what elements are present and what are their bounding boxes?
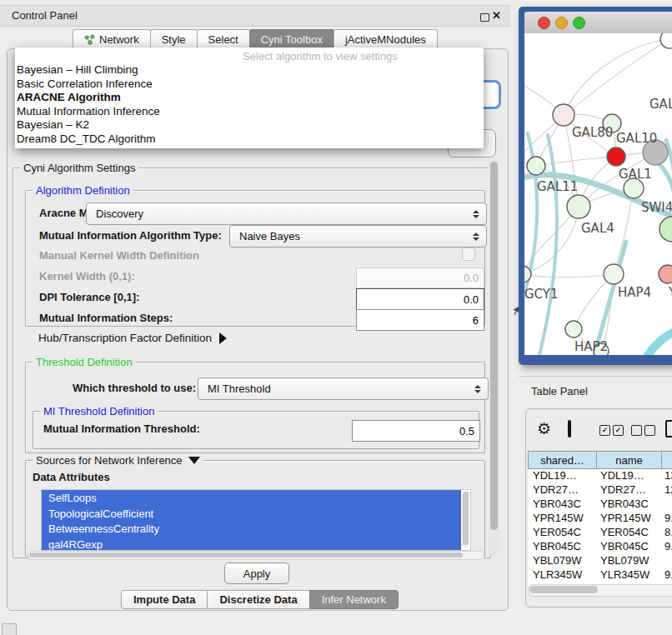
table-row[interactable]: YDR27…YDR27…12	[528, 483, 672, 498]
threshold-definition-title: Threshold Definition	[33, 356, 136, 368]
list-vertical-scrollbar[interactable]	[462, 491, 469, 548]
aracne-mode-combo[interactable]: Discovery	[86, 202, 487, 225]
svg-text:GCY1: GCY1	[524, 287, 559, 302]
close-icon[interactable]: ✕	[492, 9, 501, 22]
tab-style[interactable]: Style	[150, 29, 198, 48]
node-gal80[interactable]	[553, 104, 574, 126]
node-salmon[interactable]	[659, 265, 672, 283]
node-hap4[interactable]	[604, 264, 624, 284]
spinner-arrows-icon	[473, 232, 479, 241]
edge-bright-teal	[648, 330, 672, 355]
node-gal1[interactable]	[607, 148, 625, 166]
sources-group: Sources for Network Inference Data Attri…	[25, 460, 485, 557]
svg-text:GAL4: GAL4	[581, 221, 614, 236]
screen: Control Panel ✕ Network Style Select Cyn…	[0, 0, 672, 635]
tab-discretize-data[interactable]: Discretize Data	[207, 590, 309, 609]
kernel-width-input[interactable]: 0.0	[356, 268, 484, 288]
settings-vertical-scrollbar[interactable]	[489, 159, 499, 556]
list-item[interactable]: gal4RGexp	[42, 537, 461, 552]
control-panel-titlebar: Control Panel ✕	[0, 5, 510, 27]
node-gal4[interactable]	[567, 195, 590, 218]
table-header: shared… name A	[528, 451, 672, 469]
table-row[interactable]: YDL19…YDL19…13	[528, 469, 672, 483]
node-green-right[interactable]	[659, 217, 672, 242]
table-row[interactable]: YBL079WYBL079W	[528, 554, 672, 568]
checked-columns-icon[interactable]: ✓✓	[599, 425, 624, 436]
algorithm-option[interactable]: Mutual Information Inference	[15, 105, 484, 119]
svg-text:HAP4: HAP4	[618, 285, 651, 300]
apply-button[interactable]: Apply	[224, 562, 289, 584]
tab-infer-network[interactable]: Infer Network	[309, 590, 399, 609]
column-header-clipped[interactable]: A	[662, 451, 672, 469]
mi-type-combo[interactable]: Naive Bayes	[229, 225, 487, 248]
algorithm-option[interactable]: Bayesian – K2	[15, 118, 484, 132]
svg-text:HAP2: HAP2	[574, 339, 608, 354]
mi-threshold-input[interactable]: 0.5	[352, 420, 480, 442]
table-row[interactable]: YBR043CYBR043C	[528, 498, 672, 512]
table-toolbar: ⚙ ✓✓	[526, 409, 672, 448]
document-icon[interactable]	[665, 420, 672, 438]
spinner-arrows-icon	[474, 385, 481, 393]
node-topright[interactable]	[660, 33, 672, 48]
expanded-arrow-icon	[188, 457, 200, 464]
node-gal11[interactable]	[527, 157, 545, 175]
minimize-traffic-light-icon[interactable]	[555, 17, 568, 29]
tab-cyni-toolbox[interactable]: Cyni Toolbox	[249, 29, 334, 48]
dpi-tolerance-label: DPI Tolerance [0,1]:	[39, 291, 139, 303]
algorithm-option[interactable]: Dream8 DC_TDC Algorithm	[15, 132, 484, 147]
data-attributes-list[interactable]: SelfLoops TopologicalCoefficient Between…	[41, 489, 471, 551]
list-item[interactable]: TopologicalCoefficient	[42, 506, 461, 522]
dpi-tolerance-input[interactable]: 0.0	[356, 288, 484, 310]
close-traffic-light-icon[interactable]	[538, 17, 550, 29]
node-hap2[interactable]	[565, 321, 582, 338]
sources-group-title[interactable]: Sources for Network Inference	[33, 454, 203, 467]
tab-impute-data[interactable]: Impute Data	[121, 590, 208, 609]
column-header-name[interactable]: name	[597, 451, 662, 469]
table-row[interactable]: YER054CYER054C8.	[528, 526, 672, 540]
tab-network-label: Network	[99, 33, 139, 46]
list-item[interactable]: BetweennessCentrality	[42, 521, 461, 537]
mi-threshold-label: Mutual Information Threshold:	[43, 422, 200, 435]
table-body[interactable]: YDL19…YDL19…13 YDR27…YDR27…12 YBR043CYBR…	[528, 469, 672, 591]
manual-kernel-label: Manual Kernel Width Definition	[39, 249, 199, 262]
tab-jactivemnodules[interactable]: jActiveMNodules	[333, 29, 438, 48]
network-canvas[interactable]: GAL80 GAL10 GAL1 GAL11 SWI4 GAL4 GCY1 HA…	[524, 33, 672, 355]
network-nodes	[524, 33, 672, 355]
manual-kernel-checkbox[interactable]	[462, 248, 475, 261]
bottom-tabs: Impute Data Discretize Data Infer Networ…	[122, 590, 399, 609]
tab-network[interactable]: Network	[73, 29, 151, 48]
mi-steps-input[interactable]: 6	[356, 309, 484, 331]
svg-text:Y: Y	[668, 285, 672, 300]
collapsed-arrow-icon	[219, 332, 227, 344]
gear-icon[interactable]: ⚙	[537, 419, 551, 438]
network-view-window: GAL80 GAL10 GAL1 GAL11 SWI4 GAL4 GCY1 HA…	[519, 7, 672, 365]
zoom-traffic-light-icon[interactable]	[573, 17, 585, 29]
which-threshold-combo[interactable]: MI Threshold	[198, 378, 489, 400]
data-attributes-label: Data Attributes	[33, 471, 110, 483]
sources-horizontal-scrollbar[interactable]	[28, 551, 484, 560]
table-row[interactable]: YPR145WYPR145W9.	[528, 512, 672, 526]
split-view-icon[interactable]	[568, 420, 571, 438]
svg-text:GAL11: GAL11	[537, 179, 578, 194]
unchecked-columns-icon[interactable]	[631, 425, 655, 436]
column-header-shared-name[interactable]: shared…	[528, 451, 597, 469]
hub-tf-definition-toggle[interactable]: Hub/Transcription Factor Definition	[38, 332, 227, 344]
network-window-titlebar	[524, 12, 672, 34]
table-row[interactable]: YLR345WYLR345W9.	[528, 568, 672, 582]
tab-select[interactable]: Select	[197, 29, 250, 48]
algorithm-option-selected[interactable]: ARACNE Algorithm	[15, 91, 484, 105]
network-graph: GAL80 GAL10 GAL1 GAL11 SWI4 GAL4 GCY1 HA…	[524, 33, 672, 355]
bottom-left-icon[interactable]	[2, 623, 17, 635]
svg-text:GAL: GAL	[649, 97, 672, 112]
table-horizontal-scrollbar[interactable]	[528, 584, 672, 597]
algorithm-option[interactable]: Basic Correlation Inference	[15, 78, 484, 92]
svg-text:GAL80: GAL80	[572, 125, 613, 140]
algorithm-option[interactable]: Bayesian – Hill Climbing	[15, 63, 484, 78]
table-row[interactable]: YBR045CYBR045C9.	[528, 540, 672, 554]
cyni-algorithm-settings-group: Cyni Algorithm Settings Algorithm Defini…	[13, 168, 491, 558]
mi-type-label: Mutual Information Algorithm Type:	[39, 225, 222, 246]
list-item[interactable]: SelfLoops	[42, 490, 461, 506]
svg-text:GAL1: GAL1	[619, 167, 652, 182]
svg-text:SWI4: SWI4	[641, 200, 672, 215]
float-window-icon[interactable]	[480, 13, 489, 22]
